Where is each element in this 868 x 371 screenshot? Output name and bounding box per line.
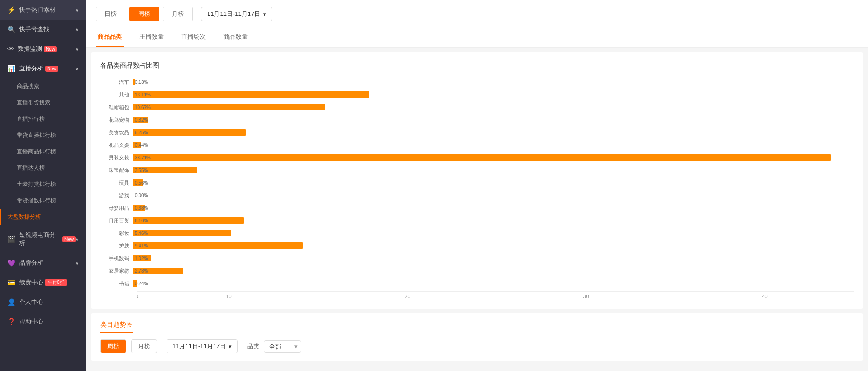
x-axis-label: 20 — [318, 294, 497, 299]
bar-fill: 38.71% — [133, 154, 831, 161]
bar-label: 彩妆 — [100, 230, 133, 237]
new-badge: New — [44, 46, 57, 52]
sidebar-label: 快手热门素材 — [19, 6, 56, 14]
bar-container: 38.71% — [133, 154, 854, 161]
bar-row: 母婴用品0.68% — [100, 203, 854, 213]
tab-weekly[interactable]: 周榜 — [129, 7, 159, 21]
cat-tab-anchor-count[interactable]: 主播数量 — [138, 28, 166, 47]
bar-label: 汽车 — [100, 79, 133, 86]
trend-section: 类目趋势图 周榜 月榜 11月11日-11月17日 ▾ 品类 全部 — [91, 313, 863, 361]
eye-icon: 👁 — [7, 45, 14, 53]
sidebar-item-help[interactable]: ❓ 帮助中心 — [0, 312, 86, 331]
bar-container: 0.44% — [133, 141, 854, 149]
bar-label: 鞋帽箱包 — [100, 104, 133, 111]
search-icon: 🔍 — [7, 26, 15, 33]
sidebar-item-account-search[interactable]: 🔍 快手号查找 ∨ — [0, 20, 86, 39]
trend-date-text: 11月11日-11月17日 — [173, 342, 226, 350]
chevron-down-icon: ∨ — [76, 237, 79, 242]
period-tab-row: 日榜 周榜 月榜 11月11日-11月17日 ▾ — [96, 7, 859, 21]
dropdown-icon: ▾ — [263, 11, 266, 18]
trend-tab-weekly[interactable]: 周榜 — [100, 339, 126, 353]
bar-row: 鞋帽箱包10.67% — [100, 103, 854, 112]
bar-fill: 0.82% — [133, 117, 148, 123]
bar-container: 6.25% — [133, 129, 854, 136]
bar-row: 花鸟宠物0.82% — [100, 115, 854, 124]
sidebar-item-renewal[interactable]: 💳 续费中心 年付6折 — [0, 273, 86, 292]
bar-label: 男装女装 — [100, 154, 133, 161]
date-range-text: 11月11日-11月17日 — [207, 10, 260, 18]
bar-label: 花鸟宠物 — [100, 117, 133, 124]
chevron-up-icon: ∧ — [76, 66, 79, 71]
sidebar-sub-belt-goods-rank[interactable]: 带货直播排行榜 — [0, 127, 86, 144]
sidebar-item-personal[interactable]: 👤 个人中心 — [0, 292, 86, 312]
bar-label: 书籍 — [100, 280, 133, 287]
sidebar-sub-market-analysis[interactable]: 大盘数据分析 — [0, 209, 86, 225]
bar-container: 0.82% — [133, 116, 854, 124]
bar-container: 3.55% — [133, 166, 854, 174]
year-badge: 年付6折 — [45, 279, 67, 286]
tab-daily[interactable]: 日榜 — [96, 7, 125, 21]
bar-value-label: 0.82% — [135, 117, 148, 123]
category-tab-row: 商品品类 主播数量 直播场次 商品数量 — [96, 28, 859, 47]
sidebar-item-brand-analysis[interactable]: 💜 品牌分析 ∨ — [0, 253, 86, 273]
bar-row: 家居家纺2.78% — [100, 266, 854, 275]
card-icon: 💳 — [7, 279, 15, 286]
bar-fill: 0.68% — [133, 205, 145, 211]
bar-container: 0.56% — [133, 179, 854, 186]
person-icon: 👤 — [7, 298, 15, 306]
bar-fill: 6.16% — [133, 217, 244, 224]
trend-title: 类目趋势图 — [100, 321, 133, 333]
chevron-down-icon: ∨ — [76, 7, 79, 13]
sidebar-sub-belt-index-rank[interactable]: 带货指数排行榜 — [0, 192, 86, 209]
bar-chart: 汽车0.13%其他13.11%鞋帽箱包10.67%花鸟宠物0.82%美食饮品6.… — [100, 77, 854, 288]
x-axis: 010203040 — [137, 291, 854, 299]
bar-container: 13.11% — [133, 91, 854, 98]
bar-value-label: 2.78% — [135, 268, 148, 274]
sidebar-item-short-video[interactable]: 🎬 短视频电商分析 New ∨ — [0, 225, 86, 253]
bar-value-label: 5.46% — [135, 231, 148, 236]
bar-fill: 0.44% — [133, 142, 141, 148]
help-icon: ❓ — [7, 318, 15, 325]
trend-tab-monthly[interactable]: 月榜 — [131, 339, 157, 353]
bar-fill: 10.67% — [133, 104, 325, 110]
sidebar-label: 续费中心 — [19, 278, 43, 287]
bar-row: 书籍0.24% — [100, 279, 854, 288]
tab-monthly[interactable]: 月榜 — [163, 7, 193, 21]
bar-container: 1.02% — [133, 254, 854, 262]
chart-section: 各品类商品数占比图 汽车0.13%其他13.11%鞋帽箱包10.67%花鸟宠物0… — [91, 52, 863, 309]
dropdown-icon: ▾ — [229, 343, 232, 350]
cat-tab-product-type[interactable]: 商品品类 — [96, 28, 124, 47]
sidebar-item-hot-materials[interactable]: ⚡ 快手热门素材 ∨ — [0, 0, 86, 20]
chevron-down-icon: ∨ — [76, 261, 79, 266]
video-icon: 🎬 — [7, 235, 15, 243]
bar-container: 10.67% — [133, 103, 854, 111]
sidebar-sub-streamer-rank[interactable]: 直播达人榜 — [0, 160, 86, 176]
bar-fill: 13.11% — [133, 91, 369, 98]
sidebar-label: 个人中心 — [19, 298, 43, 306]
filter-select-wrapper[interactable]: 全部 — [264, 340, 301, 353]
bar-container: 0.13% — [133, 78, 854, 86]
sidebar-sub-live-search[interactable]: 直播带货搜索 — [0, 95, 86, 111]
bar-value-label: 0.56% — [135, 180, 148, 186]
sidebar-item-live-analysis[interactable]: 📊 直播分析 New ∧ — [0, 59, 86, 78]
sidebar-sub-tycoon-rank[interactable]: 土豪打赏排行榜 — [0, 176, 86, 192]
date-range-selector[interactable]: 11月11日-11月17日 ▾ — [201, 7, 272, 21]
sidebar-sub-live-rank[interactable]: 直播排行榜 — [0, 111, 86, 127]
sidebar-sub-product-search[interactable]: 商品搜索 — [0, 78, 86, 95]
trend-date-selector[interactable]: 11月11日-11月17日 ▾ — [167, 339, 238, 353]
sidebar-item-data-monitor[interactable]: 👁 数据监测 New ∨ — [0, 39, 86, 59]
bar-row: 男装女装38.71% — [100, 153, 854, 162]
bar-value-label: 0.00% — [135, 193, 148, 198]
x-axis-label: 10 — [139, 294, 318, 299]
bar-row: 玩具0.56% — [100, 178, 854, 187]
category-filter-select[interactable]: 全部 — [264, 340, 301, 353]
bar-row: 护肤9.41% — [100, 241, 854, 250]
bar-fill: 2.78% — [133, 268, 183, 274]
bar-value-label: 13.11% — [135, 92, 151, 97]
bar-container: 5.46% — [133, 229, 854, 237]
x-axis-label: 30 — [497, 294, 675, 299]
sidebar-label: 数据监测 — [18, 45, 42, 53]
sidebar-sub-live-product-rank[interactable]: 直播商品排行榜 — [0, 144, 86, 160]
cat-tab-live-sessions[interactable]: 直播场次 — [180, 28, 208, 47]
cat-tab-product-count[interactable]: 商品数量 — [222, 28, 250, 47]
